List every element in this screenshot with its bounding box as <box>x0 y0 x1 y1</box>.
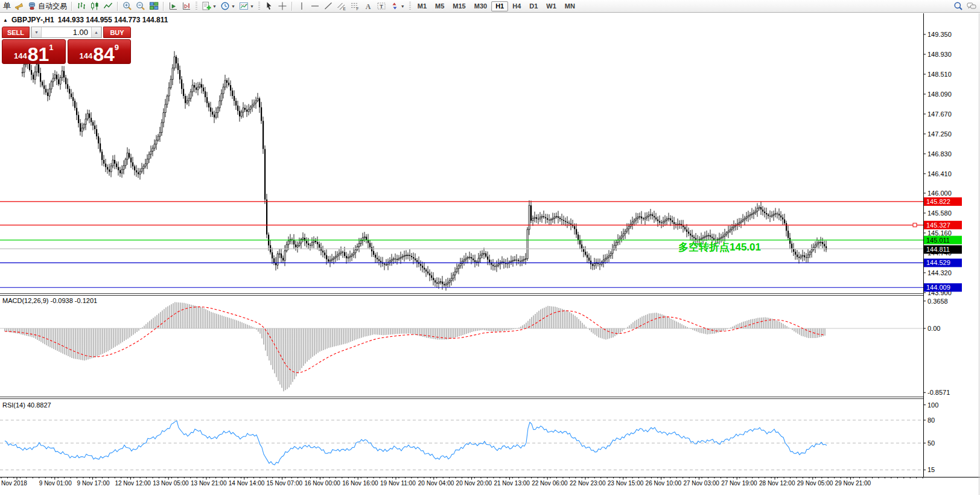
volume-stepper: ▼ ▲ <box>31 27 102 38</box>
time-tick-label: 20 Nov 04:00 <box>418 480 454 487</box>
price-tick-label: 147.250 <box>928 130 952 138</box>
text-button[interactable]: A <box>361 1 375 12</box>
price-tick-label: 144.320 <box>928 269 952 276</box>
timeframe-m5-button[interactable]: M5 <box>431 1 448 11</box>
toolbar-grip[interactable] <box>258 2 260 11</box>
chart-ohlc-values: 144.933 144.955 144.773 144.811 <box>58 16 168 24</box>
search-button[interactable] <box>952 1 965 12</box>
chart-annotation-text[interactable]: 多空转折点145.01 <box>678 240 761 254</box>
volume-input[interactable] <box>42 27 91 37</box>
svg-text:A: A <box>365 2 371 11</box>
buy-button[interactable]: BUY <box>103 27 131 38</box>
chevron-down-icon[interactable]: ▼ <box>231 4 235 8</box>
price-tick-label: 145.580 <box>928 209 952 217</box>
timeframe-d1-button[interactable]: D1 <box>525 1 542 11</box>
timeframe-h1-button[interactable]: H1 <box>491 1 508 11</box>
autotrading-button[interactable]: 自动交易 <box>25 1 69 12</box>
toolbar-grip[interactable] <box>196 2 197 11</box>
price-tick-label: 148.090 <box>928 91 952 98</box>
time-tick-label: 9 Nov 01:00 <box>39 480 72 487</box>
arrows-button[interactable]: ▼ <box>388 1 407 12</box>
cursor-icon <box>264 1 274 11</box>
templates-button[interactable]: ▼ <box>237 1 256 12</box>
price-badge-label: 145.822 <box>926 198 950 205</box>
equidistant-channel-button[interactable]: E <box>335 1 348 12</box>
rsi-tick-label: 80 <box>928 417 935 424</box>
periods-icon <box>220 1 230 11</box>
bar-chart-button[interactable] <box>75 1 88 12</box>
chart-symbol-label: GBPJPY-,H1 <box>11 16 54 24</box>
buy-price-panel[interactable]: 144 84 9 <box>68 39 132 64</box>
horizontal-line-objects[interactable] <box>0 202 923 287</box>
price-tick-label: 148.510 <box>928 71 952 78</box>
timeframe-mn-button[interactable]: MN <box>561 1 579 11</box>
zoom-out-button[interactable] <box>134 1 147 12</box>
horizontal-line-icon <box>310 1 320 11</box>
fibonacci-button[interactable]: F <box>348 1 361 12</box>
price-badge-label: 145.327 <box>926 222 950 229</box>
time-tick-label: 12 Nov 12:00 <box>115 480 151 487</box>
candlestick-chart-button[interactable] <box>88 1 101 12</box>
chart-shift-button[interactable] <box>180 1 193 12</box>
timeframe-w1-button[interactable]: W1 <box>542 1 561 11</box>
tile-windows-icon <box>149 1 159 11</box>
time-tick-label: 13 Nov 05:00 <box>153 480 189 487</box>
periods-button[interactable]: ▼ <box>218 1 237 12</box>
line-chart-button[interactable] <box>101 1 115 12</box>
chevron-down-icon[interactable]: ▼ <box>212 4 217 8</box>
chevron-down-icon[interactable]: ▼ <box>250 4 254 8</box>
svg-text:E: E <box>343 7 346 11</box>
price-tick-label: 149.350 <box>928 31 952 38</box>
tile-windows-button[interactable] <box>147 1 161 12</box>
chart-collapse-icon[interactable]: ▲ <box>3 18 8 23</box>
horizontal-line-button[interactable] <box>308 1 322 12</box>
rsi-indicator-label: RSI(14) 40.8827 <box>2 401 51 409</box>
price-tick-label: 146.410 <box>928 170 952 177</box>
timeframe-m1-button[interactable]: M1 <box>413 1 431 11</box>
chart-shift-icon <box>182 1 191 11</box>
macd-pane <box>0 302 923 392</box>
auto-scroll-button[interactable] <box>167 1 180 12</box>
text-label-icon: T <box>377 1 386 11</box>
zoom-in-button[interactable] <box>121 1 134 12</box>
toolbar-grip[interactable] <box>409 2 411 11</box>
crosshair-button[interactable] <box>276 1 289 12</box>
vertical-line-button[interactable] <box>295 1 308 12</box>
macd-indicator-label: MACD(12,26,9) -0.0938 -0.1201 <box>2 297 97 304</box>
timeframe-m30-button[interactable]: M30 <box>470 1 491 11</box>
macd-signal-line <box>5 307 825 372</box>
volume-increase-button[interactable]: ▲ <box>91 27 101 37</box>
hline-selection-marker[interactable] <box>913 223 917 227</box>
cursor-button[interactable] <box>262 1 276 12</box>
timeframe-h4-button[interactable]: H4 <box>508 1 525 11</box>
time-tick-label: 27 Nov 19:00 <box>721 480 757 487</box>
time-tick-label: 27 Nov 03:00 <box>683 480 719 487</box>
new-order-button[interactable] <box>12 1 25 12</box>
sell-price-panel[interactable]: 144 81 1 <box>2 39 66 64</box>
trendline-button[interactable] <box>322 1 335 12</box>
chevron-down-icon[interactable]: ▼ <box>401 4 405 8</box>
candlestick-series <box>22 51 827 291</box>
toolbar-separator <box>117 2 118 11</box>
toolbar: 单自动交易▼▼▼EFAT▼M1M5M15M30H1H4D1W1MN <box>0 0 980 13</box>
arrows-icon <box>390 1 399 11</box>
time-tick-label: 23 Nov 15:00 <box>608 480 644 487</box>
time-tick-label: 19 Nov 11:00 <box>380 480 416 487</box>
candlestick-chart-icon <box>90 1 100 11</box>
text-label-button[interactable]: T <box>375 1 388 12</box>
chat-icon <box>967 1 976 11</box>
equidistant-channel-icon: E <box>337 1 346 11</box>
buy-price-big: 84 <box>93 46 115 63</box>
toolbar-separator <box>291 2 293 11</box>
new-order-partial-label[interactable]: 单 <box>2 1 12 11</box>
timeframe-m15-button[interactable]: M15 <box>448 1 469 11</box>
indicators-button[interactable]: ▼ <box>200 1 218 12</box>
sell-button[interactable]: SELL <box>2 27 30 38</box>
volume-decrease-button[interactable]: ▼ <box>31 27 42 37</box>
rsi-tick-label: 50 <box>928 439 935 447</box>
chat-button[interactable] <box>965 1 978 12</box>
sell-price-big: 81 <box>28 46 49 63</box>
chart-canvas[interactable]: 149.350148.930148.510148.090147.670147.2… <box>0 0 980 495</box>
svg-text:T: T <box>380 4 383 10</box>
price-badge-label: 145.011 <box>926 237 950 244</box>
